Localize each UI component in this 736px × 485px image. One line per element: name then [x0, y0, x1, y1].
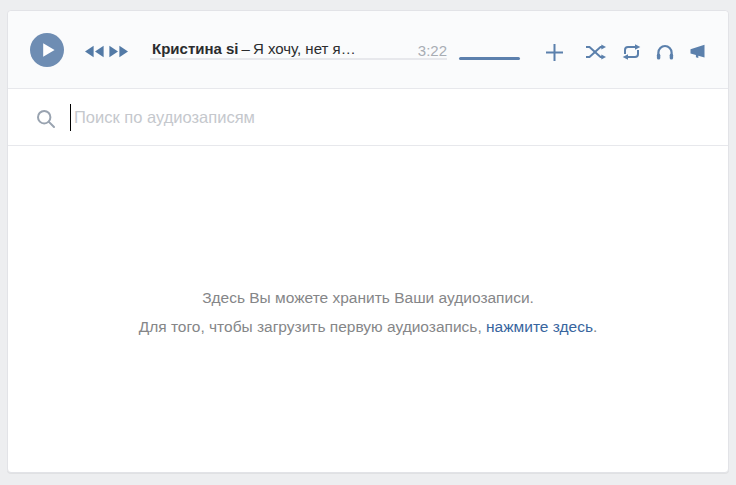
player-bar: Кристина si–Я хочу, нет я… 3:22: [8, 11, 728, 89]
headphones-button[interactable]: [654, 41, 676, 63]
search-row: [8, 89, 728, 146]
empty-state-line2-period: .: [593, 318, 597, 335]
title-separator: –: [242, 40, 250, 57]
track-name: Я хочу, нет я…: [253, 40, 356, 57]
progress-bar[interactable]: [150, 58, 447, 60]
search-icon: [36, 109, 56, 129]
fast-forward-icon: [109, 45, 129, 58]
rewind-icon: [84, 45, 104, 58]
track-artist: Кристина si: [152, 40, 239, 57]
track-duration: 3:22: [403, 42, 447, 59]
megaphone-icon: [689, 44, 706, 60]
track-title: Кристина si–Я хочу, нет я…: [152, 41, 356, 57]
volume-slider[interactable]: [459, 57, 520, 60]
upload-audio-link[interactable]: нажмите здесь: [486, 318, 593, 335]
empty-state-message: Здесь Вы можете хранить Ваши аудиозаписи…: [8, 283, 728, 341]
add-audio-button[interactable]: [543, 41, 565, 63]
empty-state-line1: Здесь Вы можете хранить Ваши аудиозаписи…: [8, 283, 728, 312]
search-input[interactable]: [74, 89, 634, 145]
empty-state-line2: Для того, чтобы загрузить первую аудиоза…: [8, 312, 728, 341]
headphones-icon: [656, 44, 674, 60]
play-button[interactable]: [30, 33, 64, 67]
repeat-icon: [622, 44, 641, 60]
empty-state-line2-text: Для того, чтобы загрузить первую аудиоза…: [139, 318, 486, 335]
audio-section-panel: Кристина si–Я хочу, нет я… 3:22: [7, 10, 729, 473]
text-caret: [70, 104, 71, 131]
plus-icon: [545, 43, 564, 62]
broadcast-button[interactable]: [686, 41, 708, 63]
next-track-button[interactable]: [109, 45, 129, 58]
shuffle-icon: [585, 44, 606, 60]
previous-track-button[interactable]: [84, 45, 104, 58]
shuffle-button[interactable]: [584, 41, 606, 63]
repeat-button[interactable]: [620, 41, 642, 63]
play-icon: [30, 33, 64, 67]
